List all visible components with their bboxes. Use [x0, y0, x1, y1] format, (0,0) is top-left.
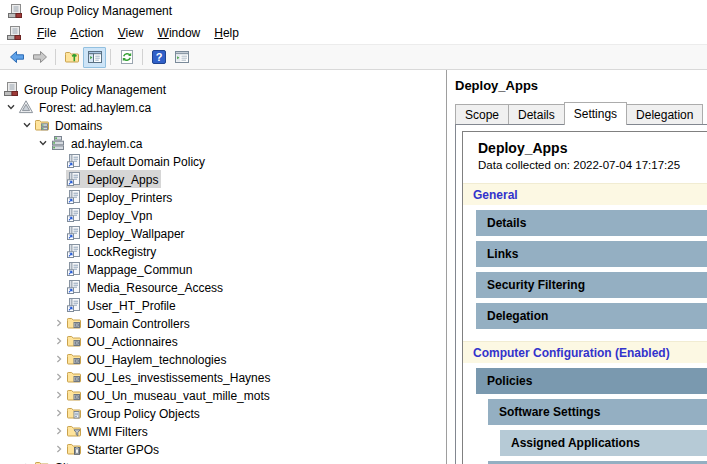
expander-collapsed-icon[interactable] — [20, 460, 34, 464]
tree-item-sites[interactable]: Sites — [0, 458, 446, 464]
tree-item-starter-gpos[interactable]: Starter GPOs — [0, 440, 446, 458]
menu-bar-items: FileActionViewWindowHelp — [30, 23, 246, 43]
expander-collapsed-icon[interactable] — [52, 316, 66, 330]
gpo-link-icon — [66, 171, 82, 187]
toolbar-separator — [110, 49, 111, 65]
ou-folder-icon — [66, 315, 82, 331]
expander-expanded-icon[interactable] — [20, 118, 34, 132]
expander-placeholder — [52, 280, 66, 294]
gpo-link-icon — [66, 243, 82, 259]
tree-item-label: Forest: ad.haylem.ca — [39, 100, 151, 115]
forward-button[interactable] — [28, 47, 51, 68]
domain-icon — [50, 135, 66, 151]
report-title: Deploy_Apps — [463, 140, 707, 156]
page-title: Deploy_Apps — [455, 78, 707, 93]
menu-window[interactable]: Window — [151, 23, 208, 43]
expander-collapsed-icon[interactable] — [52, 388, 66, 402]
tree-item-deploy-vpn[interactable]: Deploy_Vpn — [0, 206, 446, 224]
tree-item-label: Media_Resource_Access — [87, 280, 223, 295]
svg-text:?: ? — [155, 51, 162, 63]
expander-collapsed-icon[interactable] — [52, 406, 66, 420]
up-one-level-button[interactable] — [60, 47, 83, 68]
gpmc-root-icon — [3, 81, 19, 97]
tab-delegation[interactable]: Delegation — [626, 104, 703, 124]
settings-tab-page: Deploy_Apps Data collected on: 2022-07-0… — [455, 124, 707, 464]
tree-item-ou-les-investissements-haynes[interactable]: OU_Les_investissements_Haynes — [0, 368, 446, 386]
gpo-link-icon — [66, 207, 82, 223]
report-body: GeneralDetailsLinksSecurity FilteringDel… — [463, 183, 707, 464]
sites-folder-icon — [34, 459, 50, 464]
main-split: Group Policy ManagementForest: ad.haylem… — [0, 70, 707, 464]
help-icon: ? — [151, 49, 167, 65]
expander-expanded-icon[interactable] — [4, 100, 18, 114]
tree-item-ad-haylem-ca[interactable]: ad.haylem.ca — [0, 134, 446, 152]
gpo-link-icon — [66, 297, 82, 313]
expander-collapsed-icon[interactable] — [52, 442, 66, 456]
report-section-general[interactable]: General — [463, 183, 707, 205]
ou-folder-icon — [66, 351, 82, 367]
report-section-computer-configuration-enabled-[interactable]: Computer Configuration (Enabled) — [463, 341, 707, 363]
expander-placeholder — [52, 226, 66, 240]
menu-view[interactable]: View — [111, 23, 151, 43]
expander-placeholder — [52, 262, 66, 276]
report-row-policies[interactable]: Policies — [476, 368, 707, 394]
console-tree-pane: Group Policy ManagementForest: ad.haylem… — [0, 70, 447, 464]
tree-item-domain-controllers[interactable]: Domain Controllers — [0, 314, 446, 332]
wmi-folder-icon — [66, 423, 82, 439]
tree-item-ou-actionnaires[interactable]: OU_Actionnaires — [0, 332, 446, 350]
tree-item-domains[interactable]: Domains — [0, 116, 446, 134]
expander-collapsed-icon[interactable] — [52, 370, 66, 384]
action-pane-icon — [174, 49, 190, 65]
help-button[interactable]: ? — [147, 47, 170, 68]
report-collected-timestamp: Data collected on: 2022-07-04 17:17:25 — [463, 159, 707, 171]
tab-details[interactable]: Details — [508, 104, 565, 124]
domains-folder-icon — [34, 117, 50, 133]
tree-item-label: Deploy_Apps — [87, 172, 158, 187]
show-console-tree-button[interactable] — [83, 47, 106, 68]
tree-item-group-policy-management[interactable]: Group Policy Management — [0, 80, 446, 98]
report-row-assigned-applications[interactable]: Assigned Applications — [500, 430, 707, 456]
gpo-link-icon — [66, 261, 82, 277]
tree-item-deploy-wallpaper[interactable]: Deploy_Wallpaper — [0, 224, 446, 242]
toolbar-separator — [142, 49, 143, 65]
tab-scope[interactable]: Scope — [455, 104, 509, 124]
tree-item-group-policy-objects[interactable]: Group Policy Objects — [0, 404, 446, 422]
tree-item-forest-ad-haylem-ca[interactable]: Forest: ad.haylem.ca — [0, 98, 446, 116]
tree-item-ou-haylem-technologies[interactable]: OU_Haylem_technologies — [0, 350, 446, 368]
tree-item-deploy-apps[interactable]: Deploy_Apps — [0, 170, 446, 188]
tree-item-label: OU_Actionnaires — [87, 334, 178, 349]
menu-file[interactable]: File — [30, 23, 63, 43]
report-row-delegation[interactable]: Delegation — [476, 303, 707, 329]
refresh-button[interactable] — [115, 47, 138, 68]
tree-item-label: Domains — [55, 118, 102, 133]
expander-collapsed-icon[interactable] — [52, 424, 66, 438]
expander-collapsed-icon[interactable] — [52, 334, 66, 348]
report-row-security-filtering[interactable]: Security Filtering — [476, 272, 707, 298]
tab-settings[interactable]: Settings — [564, 102, 627, 125]
report-row-details[interactable]: Details — [476, 210, 707, 236]
tree-item-label: Default Domain Policy — [87, 154, 205, 169]
expander-placeholder — [52, 172, 66, 186]
tree-item-media-resource-access[interactable]: Media_Resource_Access — [0, 278, 446, 296]
expander-placeholder — [52, 244, 66, 258]
tree-item-mappage-commun[interactable]: Mappage_Commun — [0, 260, 446, 278]
show-action-pane-button[interactable] — [170, 47, 193, 68]
menu-action[interactable]: Action — [63, 23, 110, 43]
report-row-links[interactable]: Links — [476, 241, 707, 267]
expander-expanded-icon[interactable] — [36, 136, 50, 150]
tree-item-user-ht-profile[interactable]: User_HT_Profile — [0, 296, 446, 314]
tree-item-label: Starter GPOs — [87, 442, 159, 457]
tree-item-label: Deploy_Vpn — [87, 208, 152, 223]
tree-item-wmi-filters[interactable]: WMI Filters — [0, 422, 446, 440]
report-row-software-settings[interactable]: Software Settings — [488, 399, 707, 425]
expander-collapsed-icon[interactable] — [52, 352, 66, 366]
forward-icon — [32, 49, 48, 65]
tree-item-default-domain-policy[interactable]: Default Domain Policy — [0, 152, 446, 170]
back-button[interactable] — [5, 47, 28, 68]
tree-item-label: OU_Les_investissements_Haynes — [87, 370, 270, 385]
menu-help[interactable]: Help — [207, 23, 246, 43]
tree-item-deploy-printers[interactable]: Deploy_Printers — [0, 188, 446, 206]
expander-placeholder — [52, 208, 66, 222]
tree-item-lockregistry[interactable]: LockRegistry — [0, 242, 446, 260]
tree-item-ou-un-museau-vaut-mille-mots[interactable]: OU_Un_museau_vaut_mille_mots — [0, 386, 446, 404]
